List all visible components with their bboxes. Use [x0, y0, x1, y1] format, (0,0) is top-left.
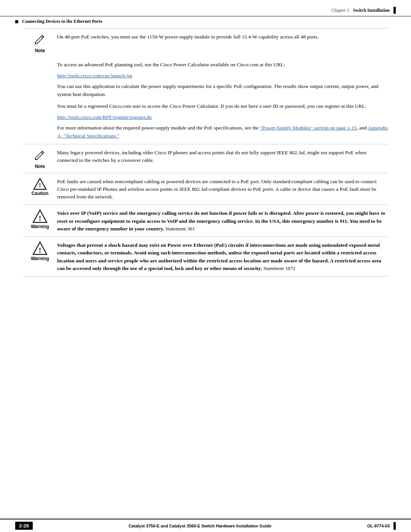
body-para-2: You can use this application to calculat…	[23, 83, 388, 99]
link-cpc[interactable]: http://tools.cisco.com/cpc/launch.jsp	[23, 73, 388, 79]
caution-icon-area: ! Caution	[23, 178, 57, 196]
main-content: Note On 48-port PoE switches, you must u…	[0, 24, 411, 519]
warning-block-2: ! Warning Voltages that present a shock …	[23, 236, 388, 276]
svg-text:!: !	[39, 182, 41, 188]
warning-2-bold-text: Voltages that present a shock hazard may…	[57, 242, 381, 271]
note-1-label: Note	[35, 48, 45, 53]
body-para-3: You must be a registered Cisco.com user …	[23, 102, 388, 110]
breadcrumb-bullet	[15, 20, 18, 23]
svg-line-0	[41, 36, 43, 38]
pencil-icon	[34, 33, 46, 48]
footer-doc-title: Catalyst 3750-E and Catalyst 3560-E Swit…	[33, 524, 367, 528]
svg-text:!: !	[39, 246, 41, 254]
page-footer: 2-28 Catalyst 3750-E and Catalyst 3560-E…	[0, 519, 411, 532]
caution-label: Caution	[32, 191, 49, 196]
link-register[interactable]: http://tools.cisco.com/RPF/register/regi…	[23, 114, 388, 120]
caution-content: PoE faults are caused when noncompliant …	[57, 178, 388, 201]
bottom-divider	[23, 276, 388, 276]
body-para-1: To access an advanced PoE planning tool,…	[23, 61, 388, 69]
warning-triangle-icon-1: !	[32, 209, 48, 223]
warning-triangle-icon-2: !	[32, 241, 48, 255]
warning-icon-area-1: ! Warning	[23, 209, 57, 229]
footer-doc-num: OL-9774-03	[367, 524, 390, 528]
pencil-icon-2	[34, 149, 46, 164]
header-chapter: Chapter 2	[331, 8, 349, 13]
note-block-2: Note Many legacy powered devices, includ…	[23, 144, 388, 173]
breadcrumb: Connecting Devices to the Ethernet Ports	[0, 16, 411, 24]
warning-1-label: Warning	[31, 224, 49, 229]
note-block-1: Note On 48-port PoE switches, you must u…	[23, 28, 388, 57]
svg-text:!: !	[39, 214, 41, 222]
svg-line-1	[41, 152, 43, 154]
note-icon-area-1: Note	[23, 33, 57, 53]
page-header: Chapter 2 Switch Installation	[0, 0, 411, 16]
xref-power-supply[interactable]: "Power-Supply Modules" section on page 1…	[260, 125, 357, 131]
caution-triangle-icon: !	[33, 178, 47, 190]
warning-1-content: Voice over IP (VoIP) service and the eme…	[57, 209, 388, 233]
note-2-content: Many legacy powered devices, including o…	[57, 149, 388, 165]
warning-1-bold-text: Voice over IP (VoIP) service and the eme…	[57, 210, 385, 232]
note-1-content: On 48-port PoE switches, you must use th…	[57, 33, 388, 41]
warning-2-label: Warning	[31, 256, 49, 261]
note-icon-area-2: Note	[23, 149, 57, 169]
page: Chapter 2 Switch Installation Connecting…	[0, 0, 411, 532]
warning-icon-area-2: ! Warning	[23, 241, 57, 261]
body-para-4: For more information about the required …	[23, 124, 388, 140]
warning-2-content: Voltages that present a shock hazard may…	[57, 241, 388, 272]
warning-block-1: ! Warning Voice over IP (VoIP) service a…	[23, 204, 388, 236]
header-bar-decoration	[393, 7, 396, 14]
footer-bar-decoration	[393, 522, 396, 530]
caution-block: ! Caution PoE faults are caused when non…	[23, 173, 388, 205]
breadcrumb-text: Connecting Devices to the Ethernet Ports	[22, 19, 102, 24]
page-number: 2-28	[15, 522, 33, 530]
note-2-label: Note	[35, 164, 45, 169]
header-title: Switch Installation	[353, 8, 390, 13]
